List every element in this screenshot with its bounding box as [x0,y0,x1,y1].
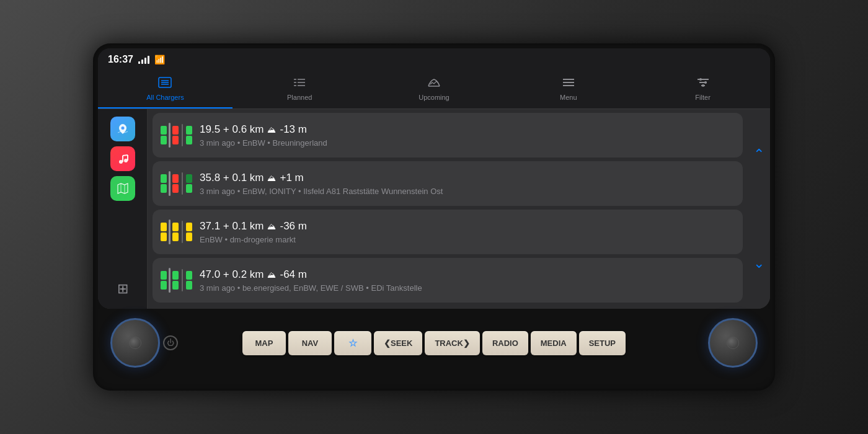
tab-all-chargers[interactable]: All Chargers [98,71,232,108]
sidebar-music-icon[interactable] [110,146,135,171]
content-wrapper: ⊞ [98,109,770,309]
screen-bezel: 16:37 📶 [93,43,775,391]
charger-icon-4 [161,265,191,295]
tab-upcoming[interactable]: Upcoming [367,71,502,108]
nav-tabs: All Chargers [98,71,770,109]
tab-menu[interactable]: Menu [501,71,636,108]
hw-button-row: MAP NAV ☆ ❮SEEK TRACK❯ RADIO MEDIA SETUP [242,331,626,355]
charger-distance-4: 47.0 + 0.2 km ⛰ -64 m [200,268,734,281]
car-dashboard: 16:37 📶 [0,0,868,434]
bottom-controls: ⏻ MAP NAV ☆ ❮SEEK TRACK❯ RADIO MEDIA SET… [98,309,770,377]
sidebar-grid-icon[interactable]: ⊞ [110,277,135,301]
charger-info-4: 47.0 + 0.2 km ⛰ -64 m 3 min ago • be.ene… [200,268,734,293]
tab-planned-label: Planned [287,94,312,101]
scroll-up-arrow[interactable]: ⌃ [753,146,764,162]
svg-point-16 [699,78,702,81]
charger-item[interactable]: 47.0 + 0.2 km ⛰ -64 m 3 min ago • be.ene… [153,258,743,303]
track-fwd-button[interactable]: TRACK❯ [425,331,480,355]
charger-sub-3: EnBW • dm-drogerie markt [200,235,734,244]
charger-distance-2: 35.8 + 0.1 km ⛰ +1 m [200,172,734,184]
scroll-arrows: ⌃ ⌄ [748,109,770,309]
seek-back-button[interactable]: ❮SEEK [374,331,422,355]
status-bar: 16:37 📶 [98,48,770,71]
charger-info-2: 35.8 + 0.1 km ⛰ +1 m 3 min ago • EnBW, I… [200,172,734,196]
radio-button[interactable]: RADIO [482,331,528,355]
signal-bars [138,56,149,64]
tab-upcoming-label: Upcoming [418,94,450,101]
screen: 16:37 📶 [98,48,770,309]
tab-filter-label: Filter [695,94,710,101]
svg-point-18 [702,84,704,87]
svg-line-24 [123,155,128,156]
menu-icon [562,77,575,91]
tab-planned[interactable]: Planned [232,71,367,108]
svg-point-17 [704,81,707,84]
status-left: 16:37 📶 [108,54,165,65]
charger-sub-4: 3 min ago • be.energised, EnBW, EWE / SW… [200,283,734,293]
wifi-icon: 📶 [154,55,165,64]
left-knob[interactable] [110,318,160,368]
power-button[interactable]: ⏻ [163,335,178,350]
tab-all-chargers-label: All Chargers [146,94,184,101]
all-chargers-icon [158,77,172,91]
charger-item[interactable]: 37.1 + 0.1 km ⛰ -36 m EnBW • dm-drogerie… [153,210,743,254]
tab-filter[interactable]: Filter [636,71,770,108]
charger-info-1: 19.5 + 0.6 km ⛰ -13 m 3 min ago • EnBW • [200,123,734,148]
map-button[interactable]: MAP [242,331,286,355]
filter-icon [696,77,710,91]
clock: 16:37 [108,54,133,65]
charger-sub-1: 3 min ago • EnBW • Breuningerland [200,138,734,148]
left-sidebar: ⊞ [98,109,148,309]
sidebar-maps2-icon[interactable] [110,176,135,201]
charger-icon-2 [161,169,191,198]
tab-menu-label: Menu [560,94,577,101]
scroll-down-arrow[interactable]: ⌄ [753,255,764,272]
charger-distance-3: 37.1 + 0.1 km ⛰ -36 m [200,220,734,232]
charger-sub-2: 3 min ago • EnBW, IONITY • Ilsfeld A81 R… [200,187,734,196]
setup-button[interactable]: SETUP [579,331,626,355]
media-button[interactable]: MEDIA [531,331,577,355]
nav-button[interactable]: NAV [288,331,332,355]
right-knob[interactable] [708,318,758,368]
charger-item[interactable]: 35.8 + 0.1 km ⛰ +1 m 3 min ago • EnBW, I… [153,161,743,206]
svg-point-19 [121,126,124,130]
charger-distance-1: 19.5 + 0.6 km ⛰ -13 m [200,123,734,136]
charger-info-3: 37.1 + 0.1 km ⛰ -36 m EnBW • dm-drogerie… [200,220,734,244]
upcoming-icon [427,77,441,91]
charger-icon-1 [161,120,191,150]
sidebar-apps [110,117,135,201]
dashboard: 16:37 📶 [0,0,868,434]
charger-list: 19.5 + 0.6 km ⛰ -13 m 3 min ago • EnBW • [148,109,748,309]
charger-icon-3 [161,217,191,247]
sidebar-maps-icon[interactable] [110,117,135,141]
star-button[interactable]: ☆ [334,331,371,355]
planned-icon [293,77,306,91]
charger-item[interactable]: 19.5 + 0.6 km ⛰ -13 m 3 min ago • EnBW • [153,113,743,157]
